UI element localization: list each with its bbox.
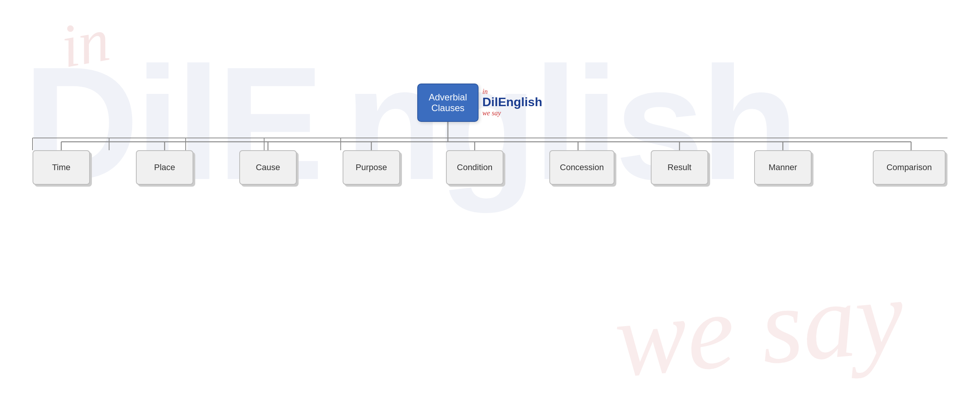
logo-brand: Dil (482, 95, 498, 109)
child-label-concession: Concession (560, 162, 604, 172)
diagram-svg (0, 0, 980, 420)
child-node-purpose: Purpose (343, 150, 400, 185)
child-node-manner: Manner (754, 150, 812, 185)
child-label-place: Place (154, 162, 175, 172)
child-label-condition: Condition (457, 162, 493, 172)
child-node-result: Result (651, 150, 708, 185)
child-label-result: Result (668, 162, 691, 172)
child-label-manner: Manner (769, 162, 797, 172)
child-label-purpose: Purpose (356, 162, 387, 172)
child-node-time: Time (33, 150, 90, 185)
root-node: Adverbial Clauses (417, 84, 479, 122)
child-node-cause: Cause (239, 150, 297, 185)
root-label-line2: Clauses (429, 103, 467, 113)
logo-brand2: English (498, 95, 542, 109)
logo-we-say: we say (482, 109, 501, 117)
root-label-line1: Adverbial (429, 92, 467, 103)
child-node-condition: Condition (446, 150, 503, 185)
child-node-comparison: Comparison (873, 150, 946, 185)
logo: in DilEnglish we say (482, 88, 542, 117)
child-label-cause: Cause (256, 162, 280, 172)
child-label-comparison: Comparison (887, 162, 932, 172)
child-label-time: Time (52, 162, 70, 172)
logo-in: in (482, 88, 488, 95)
child-node-place: Place (136, 150, 193, 185)
child-node-concession: Concession (549, 150, 614, 185)
